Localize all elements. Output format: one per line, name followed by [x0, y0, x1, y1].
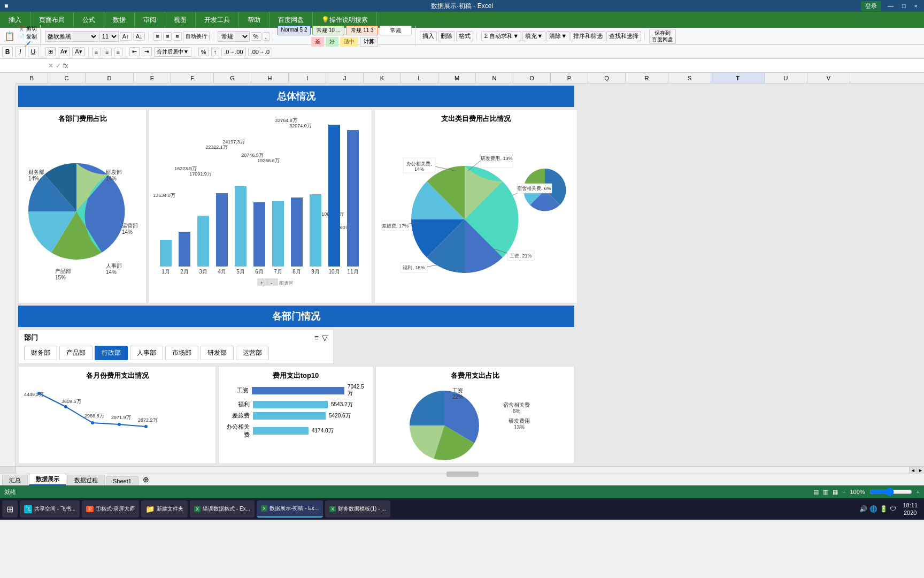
taskbar-folder[interactable]: 📁 新建文件夹 — [141, 500, 188, 518]
taskbar-feishu[interactable]: 飞 共享空间 - 飞书... — [20, 500, 80, 518]
window-close[interactable]: × — [912, 3, 920, 9]
align-center2[interactable]: ≡ — [103, 48, 111, 56]
filter-funnel-icon[interactable]: ▽ — [322, 333, 328, 342]
percent-btn2[interactable]: % — [198, 48, 209, 56]
tab-review[interactable]: 审阅 — [135, 12, 165, 28]
svg-text:17091.9万: 17091.9万 — [189, 171, 212, 177]
style-diff[interactable]: 差 — [311, 37, 324, 47]
window-maximize[interactable]: □ — [900, 3, 908, 9]
tab-view[interactable]: 视图 — [165, 12, 196, 28]
style-calc[interactable]: 计算 — [360, 37, 378, 47]
fill-color-btn[interactable]: A▾ — [58, 47, 70, 56]
zoom-slider[interactable] — [869, 489, 912, 495]
format-cell-btn[interactable]: 格式 — [456, 31, 473, 41]
clear-btn[interactable]: 清除▼ — [546, 31, 569, 41]
taskbar-excel1[interactable]: X 错误数据格式 - Ex... — [190, 500, 255, 518]
tab-dev[interactable]: 开发工具 — [196, 12, 239, 28]
copy-button[interactable]: 📄 复制 — [18, 33, 37, 41]
bold-btn[interactable]: B — [2, 47, 13, 57]
indent-decrease[interactable]: ⇤ — [129, 47, 140, 56]
align-right2[interactable]: ≡ — [114, 48, 122, 56]
align-right[interactable]: ≡ — [173, 32, 181, 41]
style-medium[interactable]: 适中 — [340, 37, 358, 47]
style-good[interactable]: 好 — [326, 37, 338, 47]
fill-btn[interactable]: 填充▼ — [522, 31, 545, 41]
auto-wrap[interactable]: 自动换行 — [183, 32, 210, 41]
insert-cell-btn[interactable]: 插入 — [420, 31, 437, 41]
number-format-select[interactable]: 常规 — [218, 31, 250, 42]
underline-btn[interactable]: U — [28, 47, 38, 57]
style-normal10[interactable]: 常规 10 ... — [312, 26, 344, 35]
taskbar-excel3[interactable]: X 财务数据模板(1) - ... — [325, 500, 390, 518]
view-page[interactable]: ▥ — [823, 489, 828, 496]
align-center[interactable]: ≡ — [163, 32, 172, 41]
view-break[interactable]: ▦ — [833, 489, 838, 496]
tab-yunying[interactable]: 运营部 — [236, 346, 269, 360]
font-increase[interactable]: A↑ — [120, 32, 132, 41]
cancel-formula[interactable]: ✕ — [48, 62, 53, 70]
comma-btn[interactable]: , — [263, 32, 270, 41]
tray-icon-4[interactable]: 🛡 — [890, 505, 896, 513]
add-sheet-btn[interactable]: ⊕ — [140, 474, 152, 485]
taskbar-start[interactable]: ⊞ — [2, 500, 18, 518]
tab-xingzheng[interactable]: 行政部 — [95, 346, 128, 360]
sheet-tab-sheet1[interactable]: Sheet1 — [106, 476, 138, 485]
font-color-btn[interactable]: A▾ — [72, 47, 84, 56]
tab-formula[interactable]: 公式 — [74, 12, 104, 28]
number-format-btn[interactable]: ↑ — [211, 48, 220, 56]
tab-renshi[interactable]: 人事部 — [130, 346, 163, 360]
percent-btn[interactable]: % — [251, 32, 261, 41]
font-size-select[interactable]: 11 — [99, 31, 119, 42]
style-normal113[interactable]: 常规 11 3 — [346, 26, 378, 35]
align-left2[interactable]: ≡ — [92, 48, 101, 56]
taskbar-recorder[interactable]: ① ①格式·录屏大师 — [82, 500, 139, 518]
find-select-btn[interactable]: 查找和选择 — [606, 31, 641, 41]
sheet-tab-guocheng[interactable]: 数据过程 — [67, 475, 105, 485]
col-O: O — [513, 73, 551, 83]
tab-shichang[interactable]: 市场部 — [165, 346, 198, 360]
tray-icon-3[interactable]: 🔋 — [880, 505, 888, 513]
filter-list-icon[interactable]: ≡ — [314, 333, 319, 342]
svg-rect-45 — [268, 279, 278, 285]
font-name-select[interactable]: 微软雅黑 — [45, 31, 98, 42]
autosum-btn[interactable]: Σ 自动求和▼ — [481, 31, 521, 41]
confirm-formula[interactable]: ✓ — [56, 62, 61, 70]
tab-data[interactable]: 数据 — [104, 12, 135, 28]
zoom-out[interactable]: − — [842, 489, 845, 495]
decimal-inc[interactable]: .0→.00 — [221, 48, 245, 56]
horizontal-scrollbar[interactable]: ◄ ► — [0, 466, 924, 474]
delete-cell-btn[interactable]: 删除 — [438, 31, 455, 41]
login-button[interactable]: 登录 — [861, 1, 881, 11]
view-normal[interactable]: ▤ — [813, 489, 819, 496]
formula-input[interactable] — [71, 62, 922, 70]
col-L: L — [401, 73, 438, 83]
tab-caiwu[interactable]: 财务部 — [24, 346, 57, 360]
paste-button[interactable]: 📋 — [2, 31, 17, 41]
svg-text:福利, 18%: 福利, 18% — [403, 265, 425, 270]
cut-button[interactable]: ✂️ 剪切 — [18, 25, 37, 33]
sheet-tab-shuju[interactable]: 数据展示 — [29, 474, 66, 485]
sheet-tab-huizong[interactable]: 汇总 — [2, 475, 28, 485]
tray-icon-1[interactable]: 🔊 — [859, 505, 867, 513]
zoom-in[interactable]: + — [917, 489, 920, 495]
sort-filter-btn[interactable]: 排序和筛选 — [571, 31, 605, 41]
font-decrease[interactable]: A↓ — [133, 32, 145, 41]
border-btn[interactable]: ⊞ — [45, 47, 56, 56]
section2-header: 各部门情况 — [18, 306, 574, 327]
tray-icon-2[interactable]: 🌐 — [869, 505, 877, 513]
merge-center-btn[interactable]: 合并后居中▼ — [154, 47, 191, 57]
style-normal[interactable]: 常规 — [380, 26, 412, 35]
tab-yanfa[interactable]: 研发部 — [201, 346, 234, 360]
window-minimize[interactable]: — — [886, 3, 896, 9]
save-to-baidu[interactable]: 保存到百度网盘 — [649, 29, 676, 44]
col-E: E — [134, 73, 171, 83]
number-group: 常规 % , — [214, 31, 273, 42]
tab-chanpin[interactable]: 产品部 — [59, 346, 93, 360]
taskbar-excel2[interactable]: X 数据展示-初稿 - Ex... — [257, 500, 323, 518]
indent-increase[interactable]: ⇥ — [142, 47, 152, 56]
style-normal52[interactable]: Normal 5 2 — [278, 26, 311, 35]
tab-help[interactable]: 帮助 — [239, 12, 270, 28]
align-left[interactable]: ≡ — [153, 32, 161, 41]
decimal-dec[interactable]: .00→.0 — [248, 48, 272, 56]
italic-btn[interactable]: I — [15, 47, 26, 57]
